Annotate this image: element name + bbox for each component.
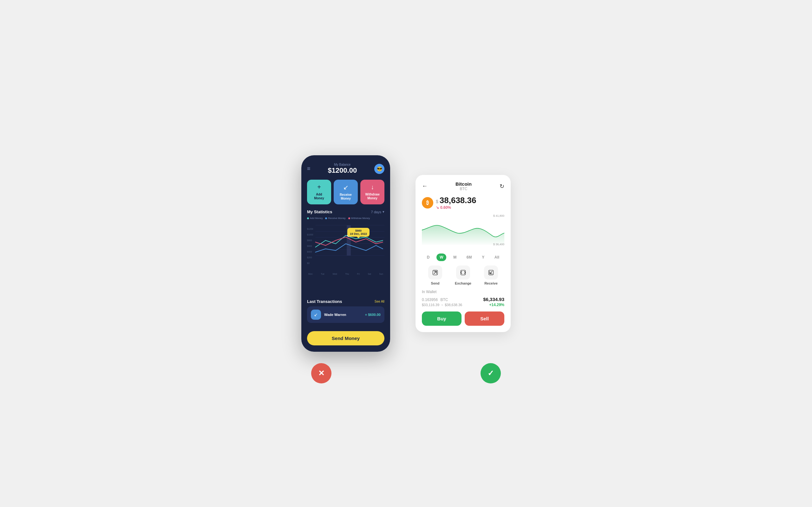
- tab-all[interactable]: All: [491, 253, 502, 261]
- wallet-range: $33,116.39 → $38,638.36: [422, 303, 462, 307]
- statistics-chart: $1200 $1000 $800 $600 $400 $200 $0: [307, 222, 385, 272]
- cancel-button[interactable]: ✕: [311, 363, 332, 383]
- tab-M[interactable]: M: [450, 253, 460, 261]
- wallet-usd: $6,334.93: [483, 297, 504, 302]
- chart-tooltip: $980 19 Dec, 2022: [347, 228, 369, 237]
- svg-rect-9: [461, 270, 465, 275]
- crypto-symbol: BTC: [455, 187, 472, 191]
- transaction-name: Wade Warren: [324, 313, 346, 317]
- tab-W[interactable]: W: [437, 253, 446, 261]
- avatar: ↙: [311, 309, 321, 320]
- phone-header: ≡ My Balance $1200.00 😎: [307, 163, 385, 175]
- back-button[interactable]: ←: [422, 183, 427, 189]
- price-section: ₿ $ 38,638.36 ↘ 0.60%: [422, 195, 504, 210]
- legend-withdraw-money: Withdraw Money: [348, 217, 370, 220]
- withdraw-money-button[interactable]: ↓ WithdrawMoney: [360, 180, 385, 205]
- send-icon: [428, 266, 442, 279]
- transactions-section: Last Transactions See All ↙ Wade Warren …: [307, 299, 385, 326]
- down-arrow-icon: ↘: [436, 205, 439, 210]
- legend-dot-green: [307, 217, 309, 219]
- crypto-price: 38,638.36: [440, 195, 476, 205]
- crypto-name-section: Bitcoin BTC: [455, 181, 472, 191]
- withdraw-icon: ↓: [371, 183, 374, 191]
- chart-legend: Add Money Receive Money Withdraw Money: [307, 217, 385, 220]
- avatar[interactable]: 😎: [374, 164, 385, 174]
- receive-action[interactable]: Receive: [484, 266, 498, 285]
- left-phone: ≡ My Balance $1200.00 😎 + AddMoney ↙ Rec…: [301, 155, 390, 352]
- balance-amount: $1200.00: [328, 166, 357, 175]
- legend-dot-blue: [325, 217, 327, 219]
- receive-money-button[interactable]: ↙ ReceiveMoney: [334, 180, 358, 205]
- sell-button[interactable]: Sell: [465, 312, 504, 326]
- add-money-button[interactable]: + AddMoney: [307, 180, 331, 205]
- price-chart-svg: [422, 214, 504, 246]
- in-wallet-section: In Wallet 0.163956 BTC $33,116.39 → $38,…: [422, 290, 504, 307]
- transactions-title: Last Transactions: [307, 299, 342, 304]
- transaction-amount: + $600.00: [365, 313, 380, 317]
- price-change: ↘ 0.60%: [436, 205, 476, 210]
- exchange-action[interactable]: Exchange: [455, 266, 471, 285]
- transactions-header: Last Transactions See All: [307, 299, 385, 304]
- crypto-actions: Send Exchange Receive: [422, 266, 504, 285]
- chart-high-label: $ 41,800: [493, 214, 504, 217]
- receive-icon: ↙: [343, 183, 349, 191]
- crypto-card-header: ← Bitcoin BTC ↻: [422, 181, 504, 191]
- buy-button[interactable]: Buy: [422, 312, 461, 326]
- exchange-label: Exchange: [455, 281, 471, 285]
- statistics-header: My Statistics 7 days ▾: [307, 210, 385, 214]
- legend-dot-red: [348, 217, 350, 219]
- buy-sell-buttons: Buy Sell: [422, 312, 504, 326]
- tab-6M[interactable]: 6M: [463, 253, 475, 261]
- send-label: Send: [431, 281, 440, 285]
- wallet-details: 0.163956 BTC $33,116.39 → $38,638.36 $6,…: [422, 297, 504, 307]
- see-all-button[interactable]: See All: [374, 300, 385, 303]
- period-selector[interactable]: 7 days ▾: [371, 210, 385, 214]
- dollar-sign: $: [436, 199, 438, 204]
- in-wallet-label: In Wallet: [422, 290, 504, 294]
- action-buttons: + AddMoney ↙ ReceiveMoney ↓ WithdrawMone…: [307, 180, 385, 205]
- bottom-controls: ✕ ✓: [311, 363, 501, 383]
- send-action[interactable]: Send: [428, 266, 442, 285]
- statistics-section: My Statistics 7 days ▾ Add Money Receive…: [307, 210, 385, 294]
- tab-Y[interactable]: Y: [478, 253, 488, 261]
- statistics-title: My Statistics: [307, 210, 332, 214]
- balance-section: My Balance $1200.00: [328, 163, 357, 175]
- price-chart: $ 41,800 $ 36,400: [422, 214, 504, 249]
- exchange-icon: [456, 266, 470, 279]
- menu-icon[interactable]: ≡: [307, 165, 310, 172]
- legend-add-money: Add Money: [307, 217, 322, 220]
- wallet-btc-amount: 0.163956 BTC: [422, 297, 462, 302]
- receive-icon: [484, 266, 498, 279]
- plus-icon: +: [317, 183, 321, 191]
- wallet-change: +14.29%: [483, 302, 504, 307]
- crypto-card: ← Bitcoin BTC ↻ ₿ $ 38,638.36 ↘ 0.60%: [415, 175, 511, 332]
- crypto-name: Bitcoin: [455, 181, 472, 187]
- btc-icon: ₿: [422, 197, 433, 209]
- balance-label: My Balance: [328, 163, 357, 166]
- refresh-button[interactable]: ↻: [500, 183, 504, 190]
- send-money-button[interactable]: Send Money: [307, 331, 385, 345]
- chart-y-axis: $1200 $1000 $800 $600 $400 $200 $0: [307, 228, 313, 264]
- chart-svg: [307, 222, 385, 263]
- confirm-button[interactable]: ✓: [480, 363, 501, 383]
- tab-D[interactable]: D: [424, 253, 433, 261]
- legend-receive-money: Receive Money: [325, 217, 345, 220]
- time-period-tabs: D W M 6M Y All: [422, 253, 504, 261]
- receive-label: Receive: [484, 281, 498, 285]
- chart-x-axis: Mon Tue Wed Thu Fri Sat Sun: [307, 273, 385, 275]
- table-row: ↙ Wade Warren + $600.00: [307, 306, 385, 323]
- chart-low-label: $ 36,400: [493, 243, 504, 246]
